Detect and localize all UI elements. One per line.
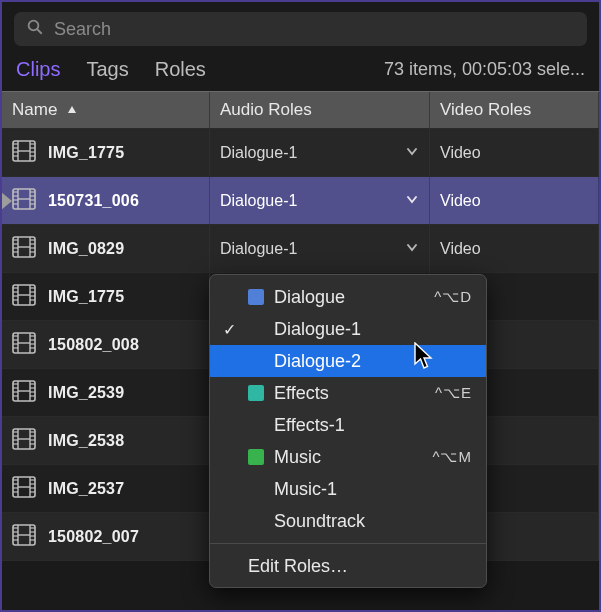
- audio-roles-dropdown-menu[interactable]: Dialogue^⌥D✓Dialogue-1Dialogue-2Effects^…: [209, 274, 487, 588]
- clip-icon: [12, 236, 36, 262]
- menu-item-label: Music: [274, 447, 422, 468]
- search-icon: [26, 18, 44, 40]
- role-color-swatch: [248, 385, 264, 401]
- svg-line-1: [37, 29, 42, 34]
- column-header-audio-roles[interactable]: Audio Roles: [210, 92, 430, 128]
- menu-item-label: Dialogue-1: [274, 319, 462, 340]
- tab-tags[interactable]: Tags: [86, 58, 128, 81]
- menu-item[interactable]: Dialogue-2: [210, 345, 486, 377]
- audio-role-value: Dialogue-1: [220, 144, 297, 162]
- selection-status: 73 items, 00:05:03 sele...: [384, 59, 585, 80]
- clip-icon: [12, 380, 36, 406]
- chevron-down-icon: [405, 240, 419, 258]
- svg-point-0: [29, 21, 39, 31]
- clip-name-label: 150802_008: [48, 336, 139, 354]
- clip-name-label: IMG_0829: [48, 240, 124, 258]
- table-row[interactable]: IMG_1775Dialogue-1Video: [2, 129, 599, 177]
- check-icon: ✓: [220, 320, 238, 339]
- cell-name: IMG_0829: [2, 225, 210, 272]
- video-role-dropdown[interactable]: Video: [430, 129, 599, 176]
- cell-name: IMG_2539: [2, 369, 210, 416]
- role-color-swatch: [248, 449, 264, 465]
- audio-role-dropdown[interactable]: Dialogue-1: [210, 177, 430, 224]
- audio-role-dropdown[interactable]: Dialogue-1: [210, 129, 430, 176]
- menu-item[interactable]: Music-1: [210, 473, 486, 505]
- cell-name: IMG_1775: [2, 129, 210, 176]
- audio-role-value: Dialogue-1: [220, 240, 297, 258]
- clip-icon: [12, 140, 36, 166]
- tab-roles[interactable]: Roles: [155, 58, 206, 81]
- table-header: Name Audio Roles Video Roles: [2, 91, 599, 129]
- menu-item-edit-roles[interactable]: Edit Roles…: [210, 550, 486, 581]
- cell-name: IMG_1775: [2, 273, 210, 320]
- clip-icon: [12, 428, 36, 454]
- menu-item-label: Dialogue-2: [274, 351, 462, 372]
- menu-item[interactable]: Music^⌥M: [210, 441, 486, 473]
- video-role-dropdown[interactable]: Video: [430, 225, 599, 272]
- chevron-down-icon: [405, 192, 419, 210]
- role-color-swatch: [248, 289, 264, 305]
- column-header-audio-label: Audio Roles: [220, 100, 312, 120]
- column-header-video-roles[interactable]: Video Roles: [430, 92, 599, 128]
- column-header-name-label: Name: [12, 100, 57, 120]
- audio-role-dropdown[interactable]: Dialogue-1: [210, 225, 430, 272]
- menu-separator: [210, 543, 486, 544]
- video-role-value: Video: [440, 240, 481, 258]
- clip-icon: [12, 476, 36, 502]
- clip-icon: [12, 524, 36, 550]
- sort-ascending-icon: [67, 100, 77, 120]
- audio-role-value: Dialogue-1: [220, 192, 297, 210]
- menu-item-label: Dialogue: [274, 287, 424, 308]
- chevron-down-icon: [405, 144, 419, 162]
- cell-name: 150802_007: [2, 513, 210, 560]
- menu-item-shortcut: ^⌥M: [432, 448, 472, 466]
- clip-name-label: IMG_2538: [48, 432, 124, 450]
- edit-roles-label: Edit Roles…: [248, 556, 348, 576]
- clip-name-label: 150802_007: [48, 528, 139, 546]
- cell-name: IMG_2538: [2, 417, 210, 464]
- clip-name-label: IMG_1775: [48, 288, 124, 306]
- tab-clips[interactable]: Clips: [16, 58, 60, 81]
- filter-row: Clips Tags Roles 73 items, 00:05:03 sele…: [2, 52, 599, 91]
- video-role-dropdown[interactable]: Video: [430, 177, 599, 224]
- menu-item-label: Effects-1: [274, 415, 462, 436]
- cell-name: 150802_008: [2, 321, 210, 368]
- menu-item[interactable]: Effects^⌥E: [210, 377, 486, 409]
- menu-item[interactable]: Effects-1: [210, 409, 486, 441]
- menu-item[interactable]: Dialogue^⌥D: [210, 281, 486, 313]
- menu-item-shortcut: ^⌥E: [435, 384, 472, 402]
- cell-name: IMG_2537: [2, 465, 210, 512]
- clip-icon: [12, 284, 36, 310]
- menu-item-label: Music-1: [274, 479, 462, 500]
- video-role-value: Video: [440, 192, 481, 210]
- menu-item[interactable]: Soundtrack: [210, 505, 486, 537]
- search-bar[interactable]: Search: [14, 12, 587, 46]
- column-header-video-label: Video Roles: [440, 100, 531, 120]
- menu-item-shortcut: ^⌥D: [434, 288, 472, 306]
- clip-icon: [12, 188, 36, 214]
- clip-name-label: IMG_1775: [48, 144, 124, 162]
- video-role-value: Video: [440, 144, 481, 162]
- clip-name-label: 150731_006: [48, 192, 139, 210]
- column-header-name[interactable]: Name: [2, 92, 210, 128]
- menu-item[interactable]: ✓Dialogue-1: [210, 313, 486, 345]
- menu-item-label: Soundtrack: [274, 511, 462, 532]
- clip-name-label: IMG_2537: [48, 480, 124, 498]
- table-row[interactable]: IMG_0829Dialogue-1Video: [2, 225, 599, 273]
- table-row[interactable]: 150731_006Dialogue-1Video: [2, 177, 599, 225]
- search-placeholder: Search: [54, 19, 111, 40]
- cell-name: 150731_006: [2, 177, 210, 224]
- clip-icon: [12, 332, 36, 358]
- clip-name-label: IMG_2539: [48, 384, 124, 402]
- menu-item-label: Effects: [274, 383, 425, 404]
